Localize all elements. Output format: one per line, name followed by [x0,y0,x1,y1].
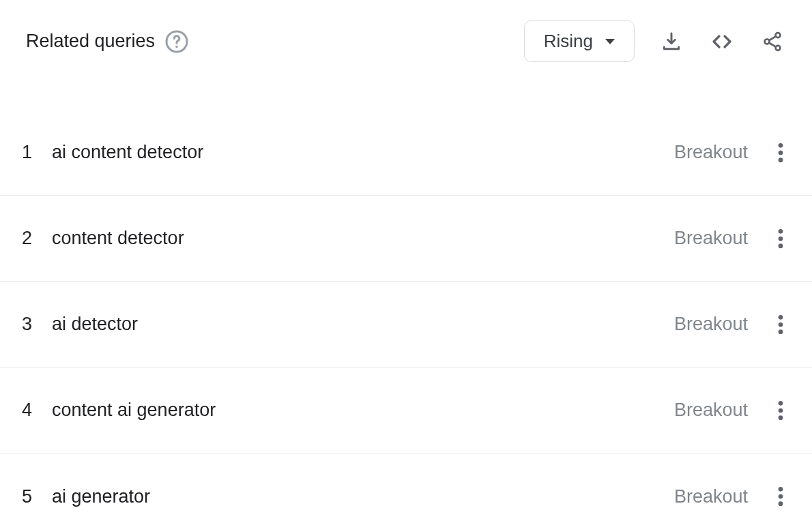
query-list: 1 ai content detector Breakout 2 content… [0,110,812,521]
svg-point-5 [779,143,783,148]
header-left: Related queries [26,29,189,54]
svg-point-12 [779,322,783,327]
svg-point-19 [779,501,783,506]
list-item: 1 ai content detector Breakout [0,110,812,196]
svg-point-4 [776,45,781,50]
list-item: 4 content ai generator Breakout [0,368,812,453]
more-vert-icon[interactable] [768,140,793,165]
query-link[interactable]: ai generator [52,486,674,507]
chevron-down-icon [605,39,615,44]
svg-point-2 [776,33,781,38]
more-vert-icon[interactable] [768,398,793,423]
query-link[interactable]: content detector [52,228,674,249]
trend-value: Breakout [674,142,748,163]
rank: 1 [19,142,52,163]
svg-point-6 [779,150,783,155]
svg-point-18 [779,494,783,499]
trend-value: Breakout [674,228,748,249]
query-link[interactable]: ai content detector [52,142,674,163]
query-link[interactable]: ai detector [52,314,674,335]
svg-point-16 [779,415,783,420]
header-right: Rising [524,20,786,62]
widget-header: Related queries Rising [0,0,812,83]
more-vert-icon[interactable] [768,312,793,337]
dropdown-label: Rising [544,31,593,52]
rank: 2 [19,228,52,249]
more-vert-icon[interactable] [768,484,793,509]
svg-point-3 [765,39,770,44]
download-icon[interactable] [658,28,685,55]
svg-point-10 [779,243,783,248]
svg-point-1 [175,45,178,48]
widget-title: Related queries [26,31,155,52]
svg-point-7 [779,158,783,162]
query-link[interactable]: content ai generator [52,400,674,421]
trend-value: Breakout [674,314,748,335]
list-item: 3 ai detector Breakout [0,282,812,368]
share-icon[interactable] [759,28,786,55]
embed-icon[interactable] [708,28,736,55]
trend-value: Breakout [674,400,748,421]
svg-point-9 [779,236,783,241]
help-icon[interactable] [164,29,189,54]
svg-point-17 [779,487,783,492]
list-item: 5 ai generator Breakout [0,453,812,521]
svg-point-14 [779,401,783,406]
rank: 5 [19,486,52,507]
svg-point-11 [779,315,783,320]
rank: 4 [19,400,52,421]
more-vert-icon[interactable] [768,226,793,251]
svg-point-8 [779,229,783,234]
trend-value: Breakout [674,486,748,507]
svg-point-13 [779,329,783,334]
sort-dropdown[interactable]: Rising [524,20,635,62]
svg-point-15 [779,408,783,413]
list-item: 2 content detector Breakout [0,196,812,282]
rank: 3 [19,314,52,335]
